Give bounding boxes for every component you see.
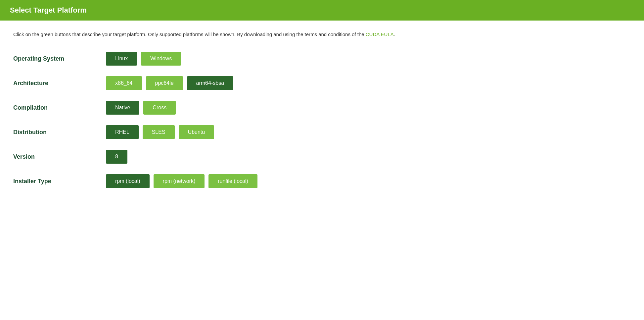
button-group-architecture: x86_64ppc64learm64-sbsa (106, 76, 233, 90)
btn-runfile-local[interactable]: runfile (local) (208, 174, 257, 188)
btn-x86_64[interactable]: x86_64 (106, 76, 142, 90)
page-title: Select Target Platform (10, 6, 634, 15)
button-group-installer-type: rpm (local)rpm (network)runfile (local) (106, 174, 257, 188)
content-area: Click on the green buttons that describe… (0, 21, 644, 201)
btn-v8[interactable]: 8 (106, 150, 127, 164)
row-label-operating-system: Operating System (13, 55, 106, 62)
selector-row-operating-system: Operating SystemLinuxWindows (13, 52, 631, 66)
btn-windows[interactable]: Windows (141, 52, 181, 66)
cuda-eula-link[interactable]: CUDA EULA (366, 31, 394, 37)
btn-sles[interactable]: SLES (143, 125, 175, 139)
btn-arm64-sbsa[interactable]: arm64-sbsa (187, 76, 233, 90)
btn-native[interactable]: Native (106, 101, 139, 115)
page-wrapper: Select Target Platform Click on the gree… (0, 0, 644, 320)
selector-row-installer-type: Installer Typerpm (local)rpm (network)ru… (13, 174, 631, 188)
btn-rpm-local[interactable]: rpm (local) (106, 174, 150, 188)
button-group-compilation: NativeCross (106, 101, 176, 115)
selector-row-version: Version8 (13, 150, 631, 164)
btn-linux[interactable]: Linux (106, 52, 137, 66)
selector-row-architecture: Architecturex86_64ppc64learm64-sbsa (13, 76, 631, 90)
btn-ppc64le[interactable]: ppc64le (146, 76, 183, 90)
button-group-distribution: RHELSLESUbuntu (106, 125, 214, 139)
btn-ubuntu[interactable]: Ubuntu (179, 125, 214, 139)
btn-cross[interactable]: Cross (143, 101, 176, 115)
btn-rpm-network[interactable]: rpm (network) (154, 174, 205, 188)
selector-row-distribution: DistributionRHELSLESUbuntu (13, 125, 631, 139)
selector-row-compilation: CompilationNativeCross (13, 101, 631, 115)
row-label-compilation: Compilation (13, 104, 106, 111)
row-label-architecture: Architecture (13, 80, 106, 87)
btn-rhel[interactable]: RHEL (106, 125, 139, 139)
desc-text1: Click on the green buttons that describe… (13, 31, 366, 37)
row-label-installer-type: Installer Type (13, 178, 106, 185)
button-group-operating-system: LinuxWindows (106, 52, 181, 66)
selector-grid: Operating SystemLinuxWindowsArchitecture… (13, 52, 631, 188)
row-label-version: Version (13, 153, 106, 160)
row-label-distribution: Distribution (13, 129, 106, 136)
header-bar: Select Target Platform (0, 0, 644, 21)
button-group-version: 8 (106, 150, 127, 164)
desc-text2: . (394, 31, 395, 37)
description-text: Click on the green buttons that describe… (13, 30, 477, 38)
